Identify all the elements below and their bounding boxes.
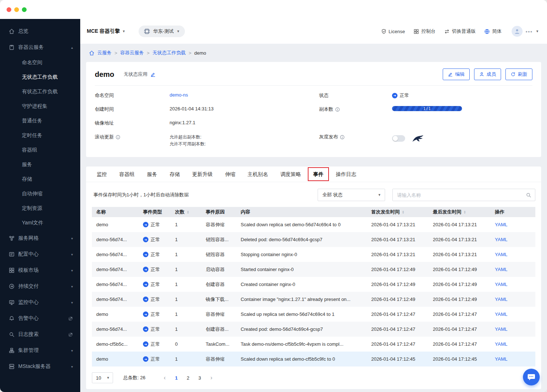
status-filter-select[interactable]: 全部 状态 ▼	[318, 189, 385, 201]
pagination: 10 ▼ 总条数: 26 ‹ 1 2 3 ›	[86, 366, 541, 389]
yaml-link[interactable]: YAML	[495, 356, 507, 362]
console-button[interactable]: 控制台	[414, 28, 435, 35]
sidebar-group-mstack-server[interactable]: MStack服务器 ▾	[0, 358, 80, 375]
cell-action: YAML	[490, 232, 535, 247]
col-first-time[interactable]: 首次发生时间▲▼	[367, 207, 428, 217]
cell-last-time: 2026-01-04 17:13:21	[428, 232, 490, 247]
table-row[interactable]: demo-56d74... ➜正常 1 销毁容器 Stopping contai…	[92, 247, 535, 262]
sidebar-group-service-mesh[interactable]: 服务网格 ▾	[0, 230, 80, 246]
switch-edition-button[interactable]: 切换普通版	[444, 28, 476, 35]
table-row[interactable]: demo-56d74... ➜正常 1 销毁容器... Deleted pod:…	[92, 232, 535, 247]
page-button-3[interactable]: 3	[195, 373, 205, 383]
tab-pods[interactable]: 容器组	[113, 166, 141, 182]
sidebar-item-autoscaling[interactable]: 自动伸缩	[0, 187, 80, 201]
edit-title-icon[interactable]	[150, 72, 156, 77]
breadcrumb-link[interactable]: 容器云服务	[120, 50, 144, 56]
sidebar-item-job[interactable]: 普通任务	[0, 114, 80, 128]
sidebar-group-container-cloud[interactable]: 容器云服务 ▴	[0, 39, 80, 55]
sidebar-item-service[interactable]: 服务	[0, 157, 80, 172]
tab-scheduling-policy[interactable]: 调度策略	[274, 166, 307, 182]
close-window-button[interactable]	[7, 7, 11, 12]
yaml-link[interactable]: YAML	[495, 311, 507, 317]
sidebar-item-namespace[interactable]: 命名空间	[0, 55, 80, 70]
sidebar-item-custom-resource[interactable]: 定制资源	[0, 201, 80, 216]
next-page-button[interactable]: ›	[207, 373, 216, 383]
sidebar-item-storage[interactable]: 存储	[0, 172, 80, 187]
yaml-link[interactable]: YAML	[495, 237, 507, 242]
table-row[interactable]: demo-56d74... ➜正常 1 创建容器 Created contain…	[92, 277, 535, 292]
table-row[interactable]: demo-cf5b5c... ➜正常 0 TaskCom... Task dem…	[92, 337, 535, 352]
members-button[interactable]: 成员	[474, 68, 501, 80]
replicas-label: 副本数	[319, 106, 392, 113]
sidebar-item-log-search[interactable]: 日志搜索	[0, 326, 80, 342]
tab-monitoring[interactable]: 监控	[90, 166, 113, 182]
breadcrumb-link[interactable]: 无状态工作负载	[152, 50, 186, 56]
cluster-logo-icon	[144, 28, 150, 35]
sidebar-group-cluster-management[interactable]: 集群管理 ▾	[0, 342, 80, 358]
tab-storage[interactable]: 存储	[163, 166, 186, 182]
tab-operation-logs[interactable]: 操作日志	[330, 166, 362, 182]
page-button-2[interactable]: 2	[183, 373, 193, 383]
tab-events[interactable]: 事件	[307, 166, 330, 182]
search-icon[interactable]	[526, 192, 531, 198]
col-count[interactable]: 次数▲▼	[171, 207, 201, 217]
breadcrumb-link[interactable]: 云服务	[97, 50, 112, 56]
yaml-link[interactable]: YAML	[495, 282, 507, 287]
yaml-link[interactable]: YAML	[495, 297, 507, 302]
page-button-1[interactable]: 1	[172, 373, 181, 383]
tab-host-alias[interactable]: 主机别名	[241, 166, 274, 182]
sidebar-item-overview[interactable]: 总览	[0, 23, 80, 39]
home-icon	[89, 50, 94, 56]
cell-last-time: 2026-01-04 17:13:21	[428, 247, 490, 262]
support-chat-button[interactable]	[523, 369, 540, 385]
yaml-link[interactable]: YAML	[495, 267, 507, 272]
sidebar-item-daemonset[interactable]: 守护进程集	[0, 99, 80, 114]
tab-scaling[interactable]: 伸缩	[219, 166, 241, 182]
edit-button[interactable]: 编辑	[443, 68, 470, 80]
sidebar-item-alert-center[interactable]: 告警中心	[0, 310, 80, 326]
sort-icon[interactable]: ▲▼	[187, 210, 189, 214]
sidebar-item-cronjob[interactable]: 定时任务	[0, 128, 80, 143]
table-row[interactable]: demo-56d74... ➜正常 1 镜像下载... Container im…	[92, 292, 535, 307]
info-icon[interactable]	[340, 135, 345, 140]
sort-icon[interactable]: ▲▼	[402, 210, 404, 214]
search-input[interactable]	[397, 192, 526, 198]
yaml-link[interactable]: YAML	[495, 222, 507, 227]
yaml-link[interactable]: YAML	[495, 326, 507, 332]
cluster-selector[interactable]: 华东-测试 ▼	[139, 26, 185, 37]
sidebar-item-stateful-workload[interactable]: 有状态工作负载	[0, 85, 80, 99]
zoom-window-button[interactable]	[22, 7, 27, 12]
user-menu[interactable]: ••• ▼	[512, 26, 539, 37]
table-row[interactable]: demo ➜正常 1 容器伸缩 Scaled down replica set …	[92, 217, 535, 232]
info-icon[interactable]	[116, 135, 120, 140]
table-row[interactable]: demo ➜正常 1 容器伸缩 Scaled up replica set de…	[92, 307, 535, 322]
status-normal-icon: ➜	[143, 252, 148, 257]
cell-name: demo-56d74...	[92, 277, 139, 292]
prev-page-button[interactable]: ‹	[160, 373, 170, 383]
sort-icon[interactable]: ▲▼	[463, 210, 466, 214]
language-switcher[interactable]: 简体	[484, 28, 501, 35]
sidebar-group-template-market[interactable]: 模板市场 ▾	[0, 262, 80, 278]
gray-release-toggle[interactable]	[392, 135, 405, 142]
yaml-link[interactable]: YAML	[495, 252, 507, 257]
sidebar-group-config-center[interactable]: 配置中心 ▾	[0, 246, 80, 262]
tab-update-upgrade[interactable]: 更新升级	[186, 166, 219, 182]
table-row[interactable]: demo-56d74... ➜正常 1 启动容器 Started contain…	[92, 262, 535, 277]
product-switcher[interactable]: MCE 容器引擎 ▼	[87, 28, 125, 35]
sidebar-group-monitoring-center[interactable]: 监控中心 ▾	[0, 294, 80, 310]
sidebar-item-yaml-file[interactable]: Yaml文件	[0, 216, 80, 230]
namespace-link[interactable]: demo-ns	[170, 92, 188, 98]
yaml-link[interactable]: YAML	[495, 341, 507, 347]
sidebar-item-pods[interactable]: 容器组	[0, 143, 80, 157]
table-row[interactable]: demo ➜正常 1 容器伸缩 Scaled down replica set …	[92, 352, 535, 366]
info-icon[interactable]	[335, 107, 340, 112]
license-button[interactable]: License	[381, 29, 405, 34]
page-size-select[interactable]: 10 ▼	[92, 372, 113, 383]
col-last-time[interactable]: 最后发生时间▲▼	[428, 207, 490, 217]
tab-services[interactable]: 服务	[141, 166, 163, 182]
sidebar-group-continuous-delivery[interactable]: 持续交付 ▾	[0, 278, 80, 294]
minimize-window-button[interactable]	[14, 7, 19, 12]
sidebar-item-stateless-workload[interactable]: 无状态工作负载	[0, 70, 80, 85]
table-row[interactable]: demo-56d74... ➜正常 1 创建容器... Created pod:…	[92, 322, 535, 337]
refresh-button[interactable]: 刷新	[505, 68, 532, 80]
